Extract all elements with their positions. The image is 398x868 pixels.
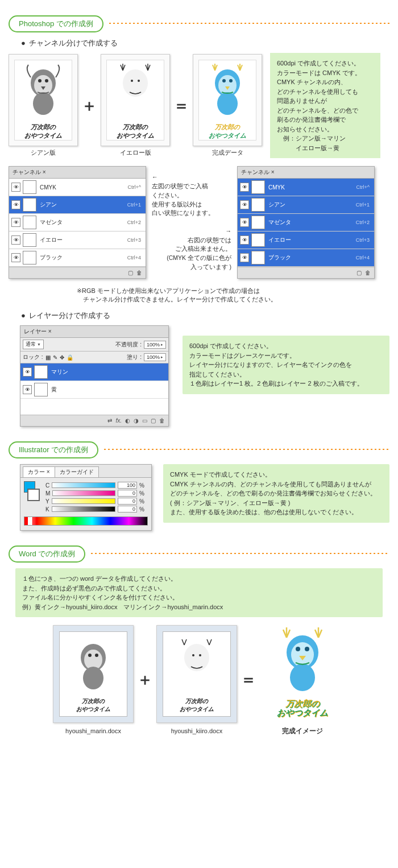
visibility-icon[interactable]: 👁: [240, 183, 249, 192]
c-slider[interactable]: [52, 482, 115, 488]
layer-note-box: 600dpi で作成してください。 カラーモードはグレースケールです。 レイヤー…: [183, 336, 389, 394]
new-channel-icon[interactable]: ▢: [356, 270, 362, 276]
word-section-header: Word での作成例: [9, 545, 389, 563]
plus-icon: ＋: [81, 95, 97, 117]
subheading-layer-split: レイヤー分けで作成する: [21, 311, 389, 321]
layer-yellow[interactable]: 👁 黄: [20, 381, 168, 399]
blend-mode-select[interactable]: 通常▼: [23, 340, 44, 349]
color-guide-tab[interactable]: カラーガイド: [55, 466, 99, 477]
y-value[interactable]: 0: [118, 498, 137, 505]
y-label: Y: [45, 498, 49, 505]
illustrator-note-box: CMYK モードで作成してください。 CMYK チャンネルの内、どのチャンネルを…: [163, 464, 389, 523]
visibility-icon[interactable]: 👁: [240, 200, 249, 209]
photoshop-label: Photoshop での作成例: [9, 15, 103, 32]
visibility-icon[interactable]: 👁: [23, 367, 32, 377]
layers-panel: レイヤー × 通常▼ 不透明度 : 100%▸ ロック : ▦ ✎ ✥ 🔒 塗り…: [20, 325, 169, 427]
svg-point-22: [291, 642, 314, 667]
svg-point-20: [199, 654, 201, 656]
visibility-icon[interactable]: 👁: [11, 218, 20, 227]
channel-magenta[interactable]: 👁 マゼンタ Ctrl+2: [238, 214, 374, 232]
spectrum-bar[interactable]: [24, 516, 148, 526]
plus-icon: ＋: [137, 669, 153, 691]
visibility-icon[interactable]: 👁: [240, 218, 249, 227]
lock-transparent-icon[interactable]: ▦: [45, 354, 51, 361]
fx-icon[interactable]: fx.: [115, 418, 122, 424]
penguin-color-final-art: [271, 625, 334, 699]
equals-icon: ＝: [173, 95, 189, 117]
stroke-swatch[interactable]: [27, 489, 40, 501]
dotted-line: [108, 23, 389, 24]
word-note-box: １色につき、一つの word データを作成してください。 また、作成時は必ず黒色…: [15, 568, 383, 617]
opacity-label: 不透明度 :: [115, 341, 142, 349]
k-value[interactable]: 0: [118, 506, 137, 512]
svg-point-3: [38, 79, 42, 82]
m-value[interactable]: 0: [118, 490, 137, 497]
new-channel-icon[interactable]: ▢: [128, 270, 133, 276]
svg-point-24: [296, 647, 300, 651]
mask-icon[interactable]: ◐: [125, 418, 130, 424]
c-value[interactable]: 100: [118, 482, 137, 489]
channel-cyan[interactable]: 👁 シアン Ctrl+1: [9, 196, 146, 214]
delete-layer-icon[interactable]: 🗑: [159, 418, 165, 424]
penguin-kiiro-art: [174, 635, 219, 697]
channel-yellow[interactable]: 👁 イエロー Ctrl+3: [9, 232, 146, 249]
svg-point-15: [83, 667, 103, 689]
channel-cmyk[interactable]: 👁 CMYK Ctrl+^: [238, 179, 374, 196]
new-layer-icon[interactable]: ▢: [151, 418, 156, 424]
svg-point-18: [184, 644, 209, 671]
k-label: K: [45, 506, 49, 512]
visibility-icon[interactable]: 👁: [240, 253, 249, 262]
layers-panel-title: レイヤー ×: [24, 328, 52, 336]
yellow-plate-label: イエロー版: [120, 148, 151, 157]
channels-panels-row: チャンネル × 👁 CMYK Ctrl+^ 👁 シアン Ctrl+1 👁 マゼン…: [9, 166, 389, 279]
color-tab-active[interactable]: カラー ×: [23, 466, 55, 477]
photoshop-note-box: 600dpi で作成してください。 カラーモードは CMYK です。 CMYK …: [270, 53, 380, 158]
svg-point-23: [290, 664, 315, 691]
svg-point-16: [88, 654, 92, 657]
adjustment-icon[interactable]: ◑: [134, 418, 139, 424]
lock-all-icon[interactable]: 🔒: [67, 354, 73, 361]
channel-yellow[interactable]: 👁 イエロー Ctrl+3: [238, 232, 374, 249]
lock-paint-icon[interactable]: ✎: [53, 354, 57, 361]
layer-marin[interactable]: 👁 マリン: [20, 363, 168, 381]
visibility-icon[interactable]: 👁: [11, 200, 20, 209]
svg-point-25: [305, 647, 309, 651]
penguin-marin-art: [71, 635, 116, 697]
svg-point-7: [138, 80, 140, 82]
link-layers-icon[interactable]: ⇄: [107, 418, 112, 424]
cyan-plate-label: シアン版: [31, 148, 56, 157]
penguin-final-art: [205, 60, 250, 123]
svg-point-12: [229, 79, 233, 82]
visibility-icon[interactable]: 👁: [11, 235, 20, 245]
final-plate: 万次郎の おやつタイム 完成データ: [193, 54, 262, 157]
word-file1-label: hyoushi_marin.docx: [65, 728, 121, 734]
word-final-plate: 万次郎の おやつタイム 完成イメージ: [260, 623, 345, 736]
m-slider[interactable]: [52, 490, 115, 496]
photoshop-section-header: Photoshop での作成例: [9, 15, 389, 32]
dotted-line: [103, 449, 389, 450]
word-marin-plate: 万次郎のおやつタイム hyoushi_marin.docx: [53, 625, 134, 734]
channel-black[interactable]: 👁 ブラック Ctrl+4: [9, 249, 146, 267]
visibility-icon[interactable]: 👁: [11, 183, 20, 192]
word-equation-row: 万次郎のおやつタイム hyoushi_marin.docx ＋ 万次郎のおやつタ…: [9, 623, 389, 736]
y-slider[interactable]: [52, 498, 115, 504]
delete-channel-icon[interactable]: 🗑: [136, 270, 142, 276]
channel-cyan[interactable]: 👁 シアン Ctrl+1: [238, 196, 374, 214]
fill-input[interactable]: 100%▸: [144, 353, 166, 361]
visibility-icon[interactable]: 👁: [23, 385, 32, 394]
lock-move-icon[interactable]: ✥: [60, 354, 64, 361]
channel-cmyk[interactable]: 👁 CMYK Ctrl+^: [9, 179, 146, 196]
group-icon[interactable]: ▭: [142, 418, 147, 424]
plate-equation-row: 万次郎のおやつタイム シアン版 ＋ 万次郎のおやつタイム イエロー版 ＝: [9, 53, 389, 158]
word-final-label: 完成イメージ: [282, 726, 323, 736]
layers-footer: ⇄ fx. ◐ ◑ ▭ ▢ 🗑: [20, 415, 168, 426]
svg-point-19: [192, 654, 194, 656]
channel-magenta[interactable]: 👁 マゼンタ Ctrl+2: [9, 214, 146, 232]
channels-panel-right: チャンネル × 👁 CMYK Ctrl+^ 👁 シアン Ctrl+1 👁 マゼン…: [237, 166, 375, 279]
visibility-icon[interactable]: 👁: [240, 235, 249, 245]
channel-black[interactable]: 👁 ブラック Ctrl+4: [238, 249, 374, 267]
visibility-icon[interactable]: 👁: [11, 253, 20, 262]
opacity-input[interactable]: 100%▸: [144, 341, 166, 349]
delete-channel-icon[interactable]: 🗑: [365, 270, 371, 276]
k-slider[interactable]: [52, 506, 115, 512]
